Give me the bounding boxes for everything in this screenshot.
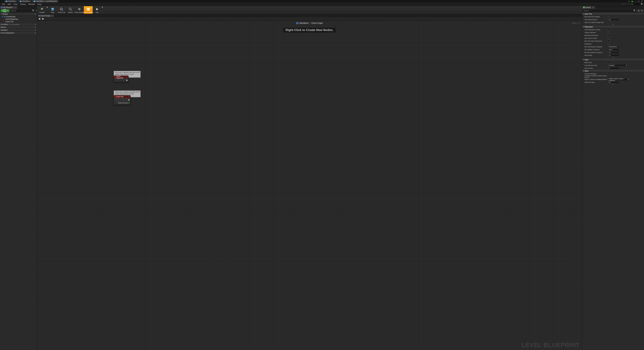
numeric-input[interactable]: 1.0◂▸ [608,54,621,56]
window-tab-mainmenu-1[interactable]: MainMenu [4,0,18,2]
class-defaults-button[interactable]: Class Defaults [84,6,92,14]
expand-advanced-icon[interactable]: ▼ [582,24,644,25]
checkbox[interactable]: ✓ [608,37,610,39]
numeric-input[interactable]: 100.0◂▸ [608,48,621,51]
help-search-icon[interactable]: 🔍 [641,3,643,5]
menu-debug[interactable]: Debug [19,2,27,6]
source-control-icon-2[interactable]: ◆ [631,0,634,2]
minimize-button[interactable]: — [634,0,637,2]
section-graphs[interactable]: ▼ Graphs + [0,12,37,15]
close-button[interactable]: ✕ [640,0,643,2]
checkbox[interactable]: ✓ [608,43,610,45]
node-header[interactable]: ◇ Event BeginPlay ▢ [114,76,128,78]
section-macros[interactable]: Macros + [0,26,37,29]
node-beginplay[interactable]: ◇ Event BeginPlay ▢ [114,76,128,82]
menu-window[interactable]: Window [27,2,36,6]
level-icon [20,1,22,2]
view-options-button[interactable]: 👁 [641,9,643,12]
play-dropdown[interactable]: ▼ [102,6,103,14]
numeric-input[interactable]: 0◂▸ [608,67,621,69]
checkbox[interactable] [608,73,610,75]
prop-input-prio: Input Priority0◂▸ [582,67,644,69]
node-tick[interactable]: ◇ Event Tick ▢ Delta Seconds [114,95,130,105]
checkbox[interactable] [608,75,610,77]
close-icon[interactable]: ✕ [14,6,16,8]
pin-icon[interactable]: 📌 [138,91,140,93]
data-output-pin[interactable] [128,102,130,104]
svg-line-5 [71,10,72,10]
compile-dropdown[interactable]: ▼ [46,6,48,14]
compile-button[interactable]: Compile [38,6,46,14]
source-control-icon[interactable]: ▾ [628,0,630,2]
nav-back-icon[interactable]: ⮜ [38,17,41,20]
my-blueprint-tab[interactable]: My Blueprint ✕ [0,6,18,9]
category-input[interactable]: ▼Input [582,58,644,61]
help-search-input[interactable] [620,3,641,5]
save-button[interactable]: Save [48,6,57,14]
add-dispatcher-button[interactable]: + [35,32,36,34]
class-settings-button[interactable]: Class Settings [75,6,84,14]
add-new-button[interactable]: + Add New ▼ [1,9,10,12]
tree-item-eventgraph[interactable]: ▼ EventGraph [0,15,37,18]
add-macro-button[interactable]: + [35,26,36,28]
prop-can-damaged: Can be Damaged [582,72,644,75]
section-dispatchers[interactable]: Event Dispatchers + [0,31,37,34]
my-blueprint-search[interactable]: 🔍 [10,9,36,12]
breadcrumb-root[interactable]: MainMenu [300,22,309,24]
numeric-input[interactable]: 0.0◂▸ [608,81,621,83]
details-search[interactable]: 🔍 [583,9,636,12]
node-delegate-icon[interactable]: ▢ [128,96,130,98]
search-input[interactable] [11,10,32,11]
tree-item-beginplay[interactable]: ◇ Event BeginPlay [0,18,37,20]
checkbox[interactable] [608,61,610,63]
category-replication[interactable]: ▼Replication [582,25,644,28]
add-function-button[interactable]: + [35,23,36,26]
checkbox[interactable] [608,21,610,23]
search-button[interactable]: Search [66,6,75,14]
numeric-input[interactable]: 225000000.0◂▸ [608,46,621,48]
checkbox[interactable]: ✓ [608,16,610,18]
tree-item-tick[interactable]: ◇ Event Tick [0,20,37,23]
pin-icon[interactable]: 📌 [138,71,140,73]
graph-tab-label: Event Graph [41,15,50,17]
numeric-input[interactable]: 2.0◂▸ [608,51,621,54]
graph-tab-eventgraph[interactable]: Event Graph ✕ [38,14,54,17]
nav-forward-icon[interactable]: ⮞ [41,17,44,20]
category-actor-tick[interactable]: ▼Actor Tick [582,12,644,15]
exec-output-pin[interactable] [126,80,128,81]
checkbox[interactable] [608,28,610,30]
expand-advanced-icon[interactable]: ▼ [582,84,644,85]
menu-file[interactable]: File [1,2,6,6]
section-variables[interactable]: Variables + [0,29,37,31]
window-tab-levelblueprint[interactable]: MainMenu - Level Blueprint [32,0,58,2]
node-header[interactable]: ◇ Event Tick ▢ [114,95,130,98]
category-actor[interactable]: ▼Actor [582,69,644,72]
graph-viewport[interactable]: MainMenu › Event Graph Zoom 1:1 Right-Cl… [37,21,582,350]
prop-only-owner: Only Relevant to Owner [582,28,644,31]
breadcrumb-leaf[interactable]: Event Graph [312,22,323,24]
close-icon[interactable]: ✕ [592,6,594,8]
menu-help[interactable]: Help [36,2,43,6]
play-button[interactable]: Play [93,6,102,14]
maximize-button[interactable]: ◻ [637,0,640,2]
window-tab-mainmenu-2[interactable]: MainMenu [18,0,32,2]
checkbox[interactable] [608,40,610,42]
dropdown[interactable]: Disabled▼ [608,64,628,66]
checkbox[interactable] [608,34,610,36]
exec-output-pin[interactable] [128,99,130,101]
search-input[interactable] [584,10,634,11]
expand-advanced-icon[interactable]: ▼ [582,57,644,58]
menu-view[interactable]: View [12,2,19,6]
checkbox[interactable]: ✓ [608,31,610,33]
section-functions[interactable]: Functions (18 Overridable) + [0,23,37,26]
node-delegate-icon[interactable]: ▢ [126,76,128,78]
add-variable-button[interactable]: + [35,29,36,31]
add-graph-button[interactable]: + [35,13,36,15]
details-tab[interactable]: Details ✕ [582,6,595,9]
property-matrix-button[interactable]: ⊞ [637,9,640,12]
findincb-button[interactable]: Find in CB [57,6,66,14]
menu-edit[interactable]: Edit [6,2,12,6]
dropdown[interactable]: Always Spawn, Ignore Collisions▼ [608,78,630,81]
numeric-input[interactable]: 0.0◂▸ [608,18,621,21]
close-icon[interactable]: ✕ [52,15,53,17]
